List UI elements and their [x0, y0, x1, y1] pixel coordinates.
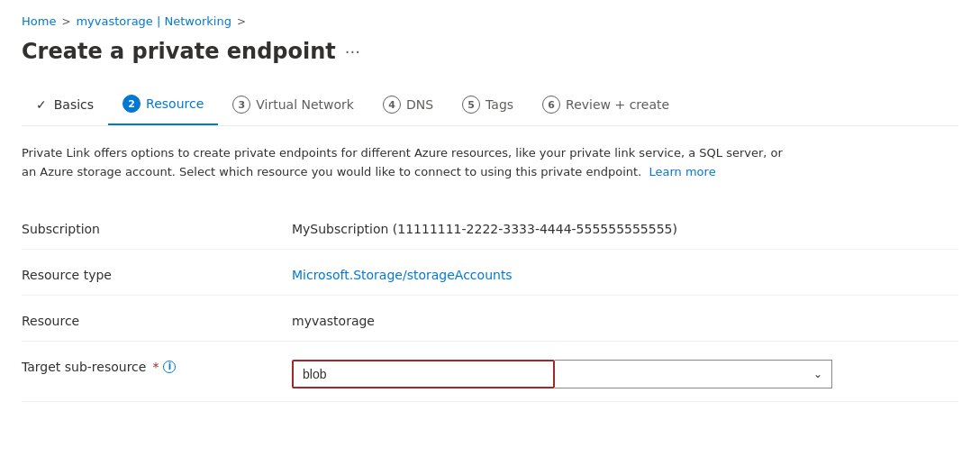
step-virtual-network-circle: 3 [232, 96, 250, 114]
step-resource-circle: 2 [122, 95, 141, 113]
learn-more-link[interactable]: Learn more [649, 165, 715, 178]
resource-type-label: Resource type [22, 262, 292, 282]
resource-type-row: Resource type Microsoft.Storage/storageA… [22, 250, 958, 296]
wizard-steps: ✓ Basics 2 Resource 3 Virtual Network 4 … [22, 86, 958, 126]
required-indicator: * [152, 360, 159, 374]
step-dns-label: DNS [406, 97, 433, 112]
resource-row: Resource myvastorage [22, 296, 958, 342]
breadcrumb: Home > myvastorage | Networking > [22, 14, 958, 28]
target-sub-resource-row: Target sub-resource * i ⌄ [22, 342, 958, 402]
breadcrumb-home[interactable]: Home [22, 14, 56, 28]
dropdown-select[interactable]: ⌄ [555, 360, 833, 388]
breadcrumb-storage[interactable]: myvastorage | Networking [76, 14, 231, 28]
step-tags-label: Tags [485, 97, 513, 112]
info-icon[interactable]: i [163, 361, 176, 373]
page-title: Create a private endpoint [22, 39, 336, 64]
step-resource[interactable]: 2 Resource [108, 86, 218, 125]
page-title-menu-button[interactable]: ··· [345, 42, 360, 61]
step-basics[interactable]: ✓ Basics [22, 88, 108, 123]
target-sub-resource-label: Target sub-resource * i [22, 354, 292, 374]
step-basics-label: Basics [54, 97, 94, 112]
form-section: Subscription MySubscription (11111111-22… [22, 204, 958, 402]
step-review-create-circle: 6 [542, 96, 560, 114]
page-title-row: Create a private endpoint ··· [22, 39, 958, 64]
breadcrumb-sep-1: > [61, 15, 70, 28]
breadcrumb-sep-2: > [237, 15, 246, 28]
target-sub-resource-dropdown[interactable]: ⌄ [292, 360, 832, 388]
step-review-create[interactable]: 6 Review + create [528, 87, 684, 124]
step-basics-check: ✓ [36, 97, 47, 112]
dropdown-highlighted-border [292, 360, 555, 388]
step-review-create-label: Review + create [566, 97, 669, 112]
resource-type-value: Microsoft.Storage/storageAccounts [292, 262, 958, 282]
step-tags-circle: 5 [462, 96, 480, 114]
step-virtual-network[interactable]: 3 Virtual Network [218, 87, 368, 124]
step-dns-circle: 4 [383, 96, 401, 114]
step-virtual-network-label: Virtual Network [256, 97, 354, 112]
subscription-row: Subscription MySubscription (11111111-22… [22, 204, 958, 250]
resource-label: Resource [22, 308, 292, 328]
step-tags[interactable]: 5 Tags [448, 87, 528, 124]
target-sub-resource-input[interactable] [294, 361, 438, 387]
resource-value: myvastorage [292, 308, 958, 328]
target-sub-resource-value[interactable]: ⌄ [292, 354, 958, 388]
step-dns[interactable]: 4 DNS [368, 87, 448, 124]
subscription-label: Subscription [22, 216, 292, 236]
subscription-value: MySubscription (11111111-2222-3333-4444-… [292, 216, 958, 236]
description: Private Link offers options to create pr… [22, 144, 796, 182]
chevron-down-icon: ⌄ [813, 368, 822, 380]
step-resource-label: Resource [146, 96, 204, 111]
